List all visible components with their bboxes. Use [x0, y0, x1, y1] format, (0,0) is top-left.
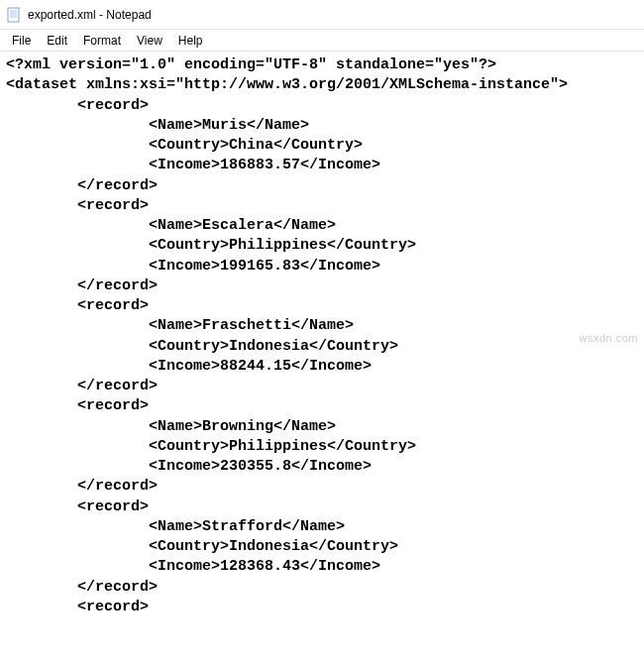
window-title: exported.xml - Notepad [28, 8, 152, 22]
menu-help[interactable]: Help [170, 32, 211, 50]
menu-format[interactable]: Format [75, 32, 129, 50]
watermark: wsxdn.com [579, 332, 638, 344]
text-editor[interactable]: <?xml version="1.0" encoding="UTF-8" sta… [0, 52, 644, 621]
menu-view[interactable]: View [129, 32, 170, 50]
menu-edit[interactable]: Edit [39, 32, 75, 50]
notepad-icon [6, 7, 22, 23]
menu-file[interactable]: File [4, 32, 39, 50]
menubar: File Edit Format View Help [0, 30, 644, 52]
titlebar: exported.xml - Notepad [0, 0, 644, 30]
